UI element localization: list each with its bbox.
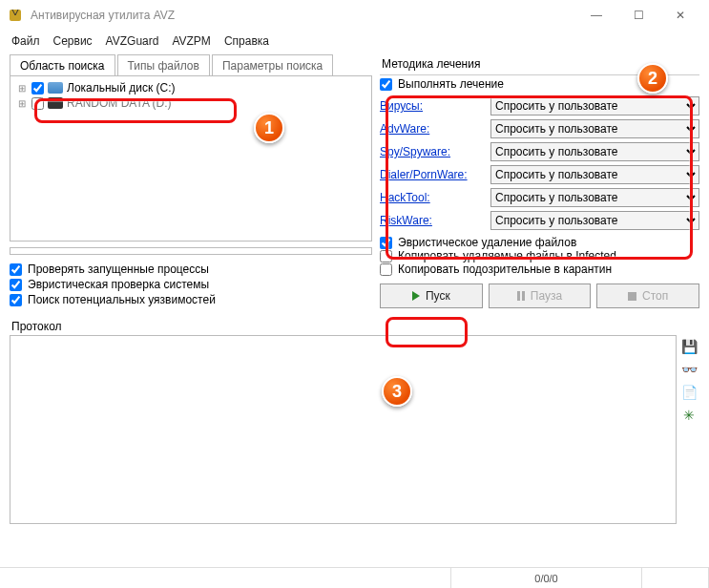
checkbox[interactable] [10,279,22,291]
checkbox[interactable] [10,294,22,306]
protocol-textarea[interactable] [10,335,677,524]
link-viruses[interactable]: Вирусы: [380,99,485,113]
select-hacktool[interactable]: Спросить у пользовате [490,188,699,207]
drive-tree[interactable]: ⊞ Локальный диск (C:) ⊞ RANDOM DATA (D:) [10,75,372,242]
select-spyware[interactable]: Спросить у пользовате [490,142,699,161]
check-label: Копировать подозрительные в карантин [398,262,612,276]
checkbox[interactable] [380,78,392,91]
minimize-button[interactable]: — [575,1,617,30]
check-perform-treatment[interactable]: Выполнять лечение [380,77,699,91]
button-label: Пауза [531,289,562,303]
close-button[interactable]: ✕ [659,1,701,30]
stop-button[interactable]: Стоп [596,284,699,308]
row-riskware: RiskWare: Спросить у пользовате [380,209,699,232]
document-icon[interactable]: 📄 [681,385,697,400]
tab-search-area[interactable]: Область поиска [10,54,115,76]
play-icon [412,291,420,301]
checkbox[interactable] [380,263,392,276]
check-copy-quarantine[interactable]: Копировать подозрительные в карантин [380,262,699,276]
statusbar: 0/0/0 [0,567,709,588]
menu-file[interactable]: Файл [11,34,40,48]
link-hacktool[interactable]: HackTool: [380,191,485,204]
status-segment [0,568,451,588]
splitter-panel [10,247,372,255]
select-riskware[interactable]: Спросить у пользовате [490,211,699,230]
check-label: Выполнять лечение [398,77,504,91]
tree-item-label: Локальный диск (C:) [67,81,176,94]
pause-button[interactable]: Пауза [489,284,592,308]
divider [380,74,699,75]
button-label: Пуск [426,289,450,303]
status-counts: 0/0/0 [451,568,642,588]
tab-file-types[interactable]: Типы файлов [117,54,210,76]
checkbox[interactable] [380,237,392,249]
link-spyware[interactable]: Spy/Spyware: [380,145,485,158]
left-column: Область поиска Типы файлов Параметры пои… [10,53,372,308]
check-vulnerabilities[interactable]: Поиск потенциальных уязвимостей [10,293,372,306]
protocol-label: Протокол [0,314,709,335]
menu-service[interactable]: Сервис [53,34,93,48]
shield-icon[interactable]: ✳ [681,408,697,423]
check-copy-infected[interactable]: Копировать удаляемые файлы в Infected [380,249,699,262]
tree-item-label: RANDOM DATA (D:) [67,96,172,110]
row-hacktool: HackTool: Спросить у пользовате [380,186,699,209]
stop-icon [628,292,636,301]
app-icon [8,8,23,23]
select-viruses[interactable]: Спросить у пользовате [490,96,699,116]
disk-icon [48,97,63,109]
check-label: Эвристическое удаление файлов [398,236,576,249]
checkbox-drive-d[interactable] [31,97,44,110]
check-label: Эвристическая проверка системы [28,278,209,291]
link-dialer[interactable]: Dialer/PornWare: [380,168,485,181]
link-riskware[interactable]: RiskWare: [380,214,485,227]
tab-search-params[interactable]: Параметры поиска [212,54,333,76]
left-options: Проверять запущенные процессы Эвристичес… [10,261,372,308]
checkbox[interactable] [380,250,392,262]
right-column: Методика лечения Выполнять лечение Вирус… [380,53,699,308]
check-running-processes[interactable]: Проверять запущенные процессы [10,262,372,276]
menu-avzguard[interactable]: AVZGuard [106,34,159,48]
checkbox[interactable] [10,263,22,276]
save-icon[interactable]: 💾 [681,339,697,354]
action-buttons: Пуск Пауза Стоп [380,284,699,308]
menu-help[interactable]: Справка [224,34,269,48]
select-advware[interactable]: Спросить у пользовате [490,119,699,138]
disk-icon [48,82,63,94]
select-dialer[interactable]: Спросить у пользовате [490,165,699,184]
row-dialer: Dialer/PornWare: Спросить у пользовате [380,163,699,186]
button-label: Стоп [642,289,668,303]
maximize-button[interactable]: ☐ [617,1,659,30]
row-advware: AdvWare: Спросить у пользовате [380,117,699,140]
status-segment [642,568,709,588]
start-button[interactable]: Пуск [380,284,483,308]
expand-icon[interactable]: ⊞ [18,83,28,94]
row-viruses: Вирусы: Спросить у пользовате [380,94,699,117]
tree-item-c[interactable]: ⊞ Локальный диск (C:) [14,80,367,95]
link-advware[interactable]: AdvWare: [380,122,485,136]
treatment-heading: Методика лечения [380,53,699,73]
protocol-side-toolbar: 💾 👓 📄 ✳ [678,335,699,524]
check-label: Проверять запущенные процессы [28,262,209,276]
menubar: Файл Сервис AVZGuard AVZPM Справка [0,31,709,53]
check-label: Копировать удаляемые файлы в Infected [398,249,616,262]
row-spyware: Spy/Spyware: Спросить у пользовате [380,140,699,163]
pause-icon [517,291,525,301]
titlebar: Антивирусная утилита AVZ — ☐ ✕ [0,0,709,31]
glasses-icon[interactable]: 👓 [681,362,697,377]
tree-item-d[interactable]: ⊞ RANDOM DATA (D:) [14,95,367,111]
expand-icon[interactable]: ⊞ [18,98,28,109]
check-heuristic-system[interactable]: Эвристическая проверка системы [10,278,372,291]
check-label: Поиск потенциальных уязвимостей [28,293,216,306]
left-tabs: Область поиска Типы файлов Параметры пои… [10,53,372,75]
menu-avzpm[interactable]: AVZPM [172,34,210,48]
checkbox-drive-c[interactable] [31,82,44,94]
treatment-rows: Вирусы: Спросить у пользовате AdvWare: С… [380,94,699,232]
window-title: Антивирусная утилита AVZ [31,9,575,22]
check-heuristic-delete[interactable]: Эвристическое удаление файлов [380,236,699,249]
